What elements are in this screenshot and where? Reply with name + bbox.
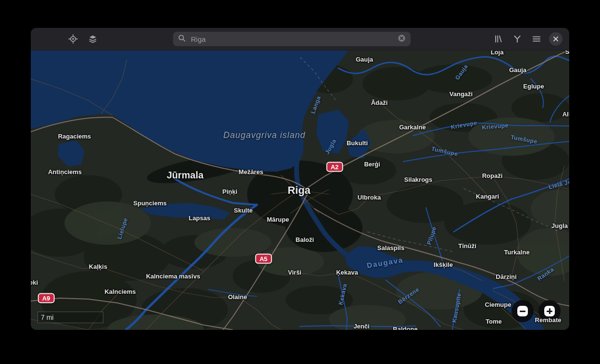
town-label: Loja bbox=[491, 50, 504, 56]
town-label: Kalnciems bbox=[104, 288, 136, 295]
town-label: Piņķi bbox=[222, 188, 237, 195]
town-label: Rembate bbox=[535, 316, 562, 324]
town-label: Turkalne bbox=[504, 249, 529, 256]
town-label: Ropaži bbox=[482, 172, 503, 179]
town-label: Garkalne bbox=[399, 124, 426, 131]
river-label: Tumšupe bbox=[431, 145, 459, 157]
town-label: Jenči bbox=[353, 323, 369, 330]
library-books-icon bbox=[494, 34, 503, 44]
town-label: Ikšķile bbox=[434, 261, 453, 268]
river-label: Pīļupe bbox=[425, 226, 438, 245]
town-label: Mežāres bbox=[238, 168, 263, 176]
area-label: Daugavgriva island bbox=[223, 130, 305, 140]
maps-window: 7 mi GaujaLojaSiGaujaEglupeVangažiĀdažiA… bbox=[31, 28, 569, 330]
river-label: Kausupīte bbox=[451, 292, 463, 323]
main-menu-button[interactable] bbox=[529, 31, 544, 47]
route-planner-button[interactable] bbox=[510, 31, 525, 47]
town-label: eki bbox=[31, 279, 38, 286]
town-label: Spuņciems bbox=[133, 200, 166, 207]
town-label: Silakrogs bbox=[404, 176, 433, 183]
town-label: Ādaži bbox=[371, 99, 388, 106]
river-label: Tumšupe bbox=[510, 134, 538, 145]
town-label: Kangari bbox=[476, 193, 499, 200]
town-label: Riga bbox=[288, 184, 311, 197]
town-label: Olaine bbox=[228, 293, 247, 301]
river-label: Bērzene bbox=[397, 286, 420, 305]
town-label: Kaļķis bbox=[89, 263, 107, 270]
route-shield: A5 bbox=[255, 254, 272, 264]
town-label: Ulbroka bbox=[358, 194, 381, 201]
town-label: Tīnūži bbox=[458, 242, 476, 250]
clear-entry-icon[interactable] bbox=[398, 34, 406, 44]
town-label: Ciemupe bbox=[485, 301, 512, 308]
town-label: Vangaži bbox=[450, 90, 473, 98]
favorites-button[interactable] bbox=[491, 31, 506, 47]
town-label: Mārupe bbox=[267, 216, 289, 223]
hamburger-menu-icon bbox=[532, 34, 541, 44]
town-label: Skulte bbox=[234, 207, 252, 214]
town-label: All bbox=[562, 111, 569, 118]
river-label: Ranka bbox=[536, 266, 555, 282]
magnifier-icon bbox=[178, 34, 186, 44]
river-label: Lielupe bbox=[116, 217, 129, 240]
town-label: Antiņciems bbox=[48, 168, 82, 176]
town-label: Ķekava bbox=[336, 269, 358, 276]
route-shield: A9 bbox=[38, 293, 55, 303]
route-branch-icon bbox=[512, 34, 522, 44]
river-label: Ķekava bbox=[337, 283, 348, 306]
town-label: Salaspils bbox=[377, 244, 404, 251]
town-label: Jugla bbox=[551, 222, 568, 229]
town-label: Bukulti bbox=[347, 139, 368, 147]
town-label: Virši bbox=[288, 269, 301, 276]
river-label: Gauja bbox=[454, 63, 469, 81]
town-label: Baloži bbox=[296, 236, 314, 243]
current-location-button[interactable] bbox=[65, 31, 81, 47]
route-shield: A2 bbox=[326, 162, 343, 172]
river-label: Daugava bbox=[366, 256, 404, 270]
town-label: Baldone bbox=[393, 326, 417, 330]
town-label: Gauja bbox=[356, 56, 373, 63]
town-label: Jūrmala bbox=[167, 170, 204, 181]
river-label: Lielā Jugla bbox=[548, 176, 569, 190]
river-label: Krievupe bbox=[482, 122, 509, 131]
town-label: Lapsas bbox=[189, 214, 211, 222]
river-label: Jugla bbox=[324, 138, 338, 155]
town-label: Kalnciema masīvs bbox=[146, 273, 200, 280]
town-label: Gauja bbox=[509, 66, 526, 74]
map-labels: GaujaLojaSiGaujaEglupeVangažiĀdažiAllGar… bbox=[31, 50, 569, 330]
headerbar bbox=[31, 28, 569, 50]
crosshair-location-icon bbox=[68, 34, 78, 44]
search-input[interactable] bbox=[190, 35, 398, 44]
search-entry[interactable] bbox=[173, 32, 411, 46]
town-label: Tome bbox=[486, 318, 502, 325]
river-label: Krievupe bbox=[450, 119, 478, 130]
river-label: Langa bbox=[310, 95, 322, 114]
map-canvas[interactable]: 7 mi GaujaLojaSiGaujaEglupeVangažiĀdažiA… bbox=[31, 50, 569, 330]
town-label: Berģi bbox=[364, 161, 380, 168]
town-label: Eglupe bbox=[523, 83, 544, 90]
town-label: Dārziņi bbox=[496, 273, 516, 280]
layers-stack-icon bbox=[88, 34, 98, 44]
town-label: Si bbox=[565, 50, 569, 55]
town-label: Ragaciems bbox=[58, 133, 91, 140]
layers-button[interactable] bbox=[85, 31, 100, 47]
close-x-icon bbox=[552, 36, 559, 42]
close-window-button[interactable] bbox=[549, 32, 562, 46]
